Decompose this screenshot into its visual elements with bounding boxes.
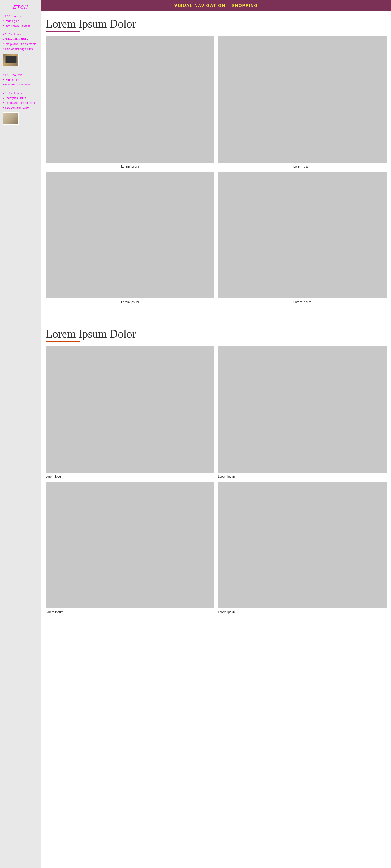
grid-title-s4: Lorem Ipsum <box>294 300 311 304</box>
sidebar-item-2-4: • 6-12 columns <box>3 91 38 96</box>
sidebar-item-2-6: • Image and Title elements <box>3 100 38 105</box>
grid-title-l1: Lorem Ipsum <box>46 475 215 478</box>
grid-item-s3: Lorem Ipsum <box>46 172 215 304</box>
sidebar-item-2-1: • 12-12 column <box>3 73 38 78</box>
grid-title-s2: Lorem Ipsum <box>294 165 311 168</box>
sidebar-item-1-6: • Image and Title elements <box>3 42 38 46</box>
dining-icon <box>3 113 18 124</box>
sidebar-section-2: • 12-12 column • Padding on • Row Header… <box>3 73 38 125</box>
grid-title-l3: Lorem Ipsum <box>46 610 215 614</box>
sidebar-item-2-3: • Row Header element <box>3 82 38 87</box>
grid-image-s1 <box>46 36 215 162</box>
grid-image-l3 <box>46 482 215 608</box>
sidebar-thumbnail-dining <box>3 112 19 125</box>
grid-image-l2 <box>218 346 387 473</box>
grid-item-s2: Lorem Ipsum <box>218 36 387 168</box>
grid-item-l4: Lorem Ipsum <box>218 482 387 614</box>
header-banner: VISUAL NAVIGATION – SHOPPING <box>41 0 391 11</box>
sidebar-section-1: • 12-12 column • Padding on • Row Header… <box>3 14 38 66</box>
section-silhouettes: Lorem Ipsum Dolor Lorem Ipsum Lorem Ipsu… <box>41 11 391 312</box>
sidebar-thumbnail-oven <box>3 54 19 66</box>
sidebar-item-1-2: • Padding on <box>3 19 38 24</box>
grid-image-s3 <box>46 172 215 298</box>
grid-item-l1: Lorem Ipsum <box>46 346 215 478</box>
grid-item-s4: Lorem Ipsum <box>218 172 387 304</box>
row-header-silhouettes: Lorem Ipsum Dolor <box>46 18 387 32</box>
section-divider <box>41 312 391 321</box>
sidebar-item-2-5: • Lifestyles ONLY <box>3 96 38 100</box>
row-header-title-silhouettes: Lorem Ipsum Dolor <box>46 18 387 30</box>
underline-accent-silhouettes <box>46 31 80 32</box>
row-header-title-lifestyles: Lorem Ipsum Dolor <box>46 328 387 340</box>
sidebar-item-1-4: • 6-12 columns <box>3 32 38 37</box>
sidebar-item-1-7: • Title Center align 14px <box>3 46 38 52</box>
grid-image-s4 <box>218 172 387 298</box>
grid-title-s1: Lorem Ipsum <box>121 165 139 168</box>
grid-item-l2: Lorem Ipsum <box>218 346 387 478</box>
image-grid-silhouettes: Lorem Ipsum Lorem Ipsum Lorem Ipsum Lore… <box>46 36 387 304</box>
row-header-lifestyles: Lorem Ipsum Dolor <box>46 328 387 342</box>
oven-icon <box>3 54 18 66</box>
section-lifestyles: Lorem Ipsum Dolor Lorem Ipsum Lorem Ipsu… <box>41 321 391 623</box>
grid-image-l1 <box>46 346 215 473</box>
grid-title-l2: Lorem Ipsum <box>218 475 387 478</box>
sidebar-item-2-2: • Padding on <box>3 78 38 82</box>
sidebar-item-1-5: • Silhouettes ONLY <box>3 37 38 42</box>
main-content: VISUAL NAVIGATION – SHOPPING Lorem Ipsum… <box>41 0 391 868</box>
grid-image-s2 <box>218 36 387 162</box>
underline-accent-lifestyles <box>46 341 80 342</box>
sidebar-item-1-1: • 12-12 column <box>3 14 38 19</box>
grid-item-s1: Lorem Ipsum <box>46 36 215 168</box>
sidebar: ETCH • 12-12 column • Padding on • Row H… <box>0 0 41 868</box>
sidebar-logo: ETCH <box>3 4 38 10</box>
grid-title-l4: Lorem Ipsum <box>218 610 387 614</box>
row-header-underline-silhouettes <box>46 31 387 32</box>
underline-rest-lifestyles <box>80 341 387 341</box>
image-grid-lifestyles: Lorem Ipsum Lorem Ipsum Lorem Ipsum Lore… <box>46 346 387 614</box>
grid-title-s3: Lorem Ipsum <box>121 300 139 304</box>
sidebar-item-2-7: • Title Left align 14px <box>3 105 38 110</box>
sidebar-item-1-3: • Row Header element <box>3 24 38 28</box>
grid-item-l3: Lorem Ipsum <box>46 482 215 614</box>
grid-image-l4 <box>218 482 387 608</box>
banner-title: VISUAL NAVIGATION – SHOPPING <box>174 3 258 8</box>
row-header-underline-lifestyles <box>46 341 387 342</box>
